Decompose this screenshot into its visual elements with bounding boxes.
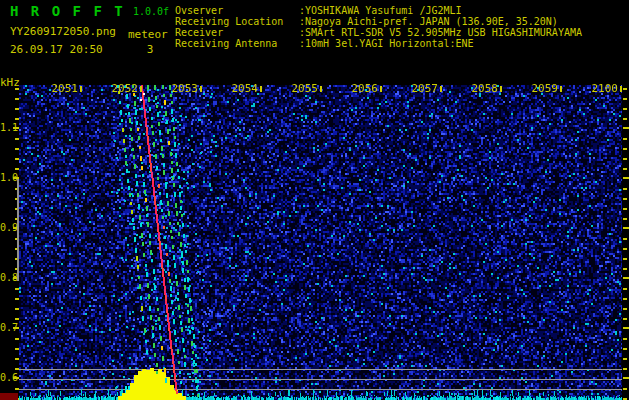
- freq-tick-minor-right: [623, 108, 627, 110]
- station-info-row: Receiving Location:Nagoya Aichi-pref. JA…: [175, 16, 582, 27]
- freq-tick-minor-left: [15, 148, 19, 150]
- freq-tick-minor-right: [623, 188, 627, 190]
- freq-tick-minor-right: [623, 268, 627, 270]
- output-filename: YY2609172050.png: [10, 25, 116, 38]
- app-version: 1.0.0f: [133, 6, 169, 17]
- time-tick: [320, 86, 322, 92]
- freq-tick-minor-left: [15, 338, 19, 340]
- freq-tick-minor-right: [623, 298, 627, 300]
- freq-tick-minor-right: [623, 258, 627, 260]
- time-tick-label: 2055: [273, 83, 318, 95]
- time-tick-label: 2056: [333, 83, 378, 95]
- freq-tick-minor-left: [15, 368, 19, 370]
- time-tick-label: 2051: [33, 83, 78, 95]
- freq-tick-major-right: [623, 127, 629, 129]
- freq-tick-minor-right: [623, 118, 627, 120]
- freq-tick-minor-left: [15, 308, 19, 310]
- time-tick: [380, 86, 382, 92]
- time-tick-label: 2052: [93, 83, 138, 95]
- freq-tick-minor-right: [623, 368, 627, 370]
- station-info-label: Receiving Antenna: [175, 38, 299, 49]
- freq-tick-minor-right: [623, 348, 627, 350]
- time-tick: [560, 86, 562, 92]
- freq-tick-label: 0.6: [0, 372, 13, 384]
- freq-tick-minor-right: [623, 388, 627, 390]
- time-tick: [80, 86, 82, 92]
- freq-tick-label: 0.9: [0, 222, 13, 234]
- freq-tick-major-right: [623, 177, 629, 179]
- station-info-row: Receiver:SMArt RTL-SDR V5 52.905MHz USB …: [175, 27, 582, 38]
- freq-tick-minor-right: [623, 338, 627, 340]
- time-tick: [200, 86, 202, 92]
- freq-tick-minor-right: [623, 158, 627, 160]
- freq-tick-minor-right: [623, 318, 627, 320]
- corner-marker: [0, 393, 18, 400]
- freq-tick-major-left: [13, 377, 19, 379]
- freq-tick-minor-left: [15, 98, 19, 100]
- station-info-row: Ovserver:YOSHIKAWA Yasufumi /JG2MLI: [175, 5, 582, 16]
- time-tick: [440, 86, 442, 92]
- freq-tick-minor-right: [623, 238, 627, 240]
- time-tick-label: 2058: [453, 83, 498, 95]
- duration-indicator-bar: [17, 179, 19, 281]
- freq-tick-minor-right: [623, 358, 627, 360]
- datetime-label: 26.09.17 20:50: [10, 43, 103, 56]
- time-tick-label: 2059: [513, 83, 558, 95]
- freq-tick-minor-left: [15, 348, 19, 350]
- freq-tick-minor-right: [623, 218, 627, 220]
- time-tick: [260, 86, 262, 92]
- freq-tick-minor-right: [623, 198, 627, 200]
- spectrogram-canvas: [19, 85, 622, 400]
- time-tick: [500, 86, 502, 92]
- time-tick-label: 2053: [153, 83, 198, 95]
- freq-tick-major-left: [13, 127, 19, 129]
- freq-tick-major-right: [623, 227, 629, 229]
- time-tick: [620, 86, 622, 92]
- freq-tick-major-right: [623, 327, 629, 329]
- freq-tick-minor-right: [623, 248, 627, 250]
- app-title: H R O F F T: [10, 3, 125, 19]
- freq-tick-minor-right: [623, 168, 627, 170]
- freq-tick-major-left: [13, 327, 19, 329]
- time-tick: [140, 86, 142, 92]
- time-tick-label: 2057: [393, 83, 438, 95]
- mode-label: meteor: [128, 28, 168, 41]
- freq-tick-minor-right: [623, 148, 627, 150]
- station-info-label: Receiver: [175, 27, 299, 38]
- echo-count: 3: [128, 43, 172, 56]
- freq-tick-major-right: [623, 277, 629, 279]
- freq-tick-label: 0.8: [0, 272, 13, 284]
- freq-tick-minor-left: [15, 168, 19, 170]
- station-info-label: Receiving Location: [175, 16, 299, 27]
- time-tick-label: 2100: [573, 83, 618, 95]
- freq-tick-minor-left: [15, 388, 19, 390]
- time-tick-label: 2054: [213, 83, 258, 95]
- station-info-value: :Nagoya Aichi-pref. JAPAN (136.90E, 35.2…: [299, 16, 558, 27]
- freq-tick-minor-left: [15, 108, 19, 110]
- freq-tick-minor-right: [623, 138, 627, 140]
- freq-tick-minor-left: [15, 358, 19, 360]
- freq-tick-label: 0.7: [0, 322, 13, 334]
- freq-tick-minor-left: [15, 318, 19, 320]
- freq-tick-minor-left: [15, 158, 19, 160]
- freq-tick-minor-left: [15, 88, 19, 90]
- freq-tick-minor-right: [623, 308, 627, 310]
- freq-tick-minor-right: [623, 98, 627, 100]
- station-info-value: :SMArt RTL-SDR V5 52.905MHz USB HIGASHIM…: [299, 27, 582, 38]
- station-info-value: :10mH 3el.YAGI Horizontal:ENE: [299, 38, 474, 49]
- freq-tick-minor-left: [15, 298, 19, 300]
- station-info-row: Receiving Antenna:10mH 3el.YAGI Horizont…: [175, 38, 582, 49]
- hrofft-screen: H R O F F T 1.0.0f YY2609172050.png mete…: [0, 0, 629, 400]
- freq-tick-minor-left: [15, 118, 19, 120]
- freq-tick-major-right: [623, 377, 629, 379]
- freq-tick-minor-right: [623, 88, 627, 90]
- freq-tick-label: 1.0: [0, 172, 13, 184]
- station-info-label: Ovserver: [175, 5, 299, 16]
- freq-tick-minor-right: [623, 208, 627, 210]
- station-info-block: Ovserver:YOSHIKAWA Yasufumi /JG2MLIRecei…: [175, 5, 582, 49]
- freq-tick-label: 1.1: [0, 122, 13, 134]
- station-info-value: :YOSHIKAWA Yasufumi /JG2MLI: [299, 5, 462, 16]
- freq-tick-minor-left: [15, 138, 19, 140]
- freq-tick-minor-right: [623, 288, 627, 290]
- freq-tick-minor-left: [15, 288, 19, 290]
